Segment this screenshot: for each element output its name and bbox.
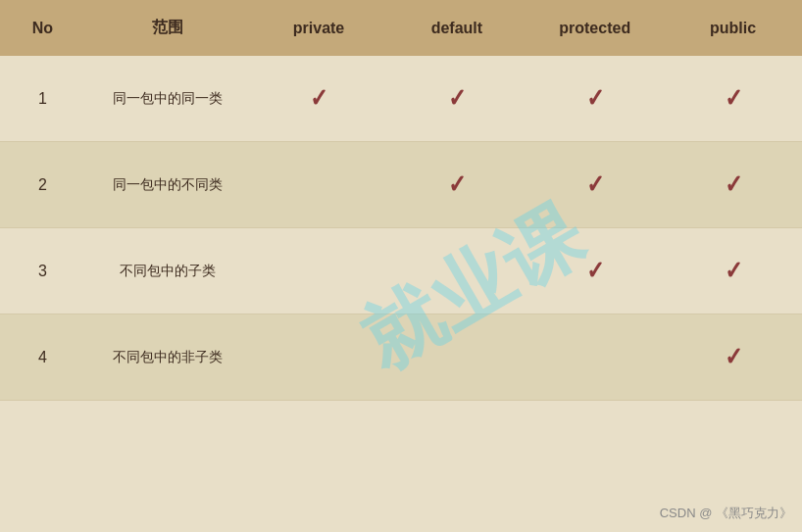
csdn-credit: CSDN @ 《黑巧克力》 (660, 505, 792, 522)
cell-protected: ✓ (526, 228, 664, 314)
table-header-row: No 范围 private default protected public (0, 0, 802, 56)
check-icon: ✓ (724, 169, 742, 200)
cell-scope: 同一包中的不同类 (85, 142, 250, 228)
cell-scope: 不同包中的非子类 (85, 314, 250, 401)
cell-public: ✓ (664, 142, 802, 228)
cell-public: ✓ (664, 314, 802, 401)
cell-protected (526, 314, 664, 401)
cell-no: 2 (0, 142, 85, 228)
header-public: public (664, 0, 802, 56)
cell-private: ✓ (250, 56, 388, 142)
table-row: 3不同包中的子类✓✓ (0, 228, 802, 314)
cell-no: 3 (0, 228, 85, 314)
cell-protected: ✓ (526, 56, 664, 142)
cell-private (250, 314, 388, 401)
cell-no: 1 (0, 56, 85, 142)
cell-scope: 同一包中的同一类 (85, 56, 250, 142)
check-icon: ✓ (448, 83, 467, 114)
check-icon: ✓ (724, 342, 742, 372)
check-icon: ✓ (585, 169, 604, 200)
cell-public: ✓ (664, 56, 802, 142)
table-row: 4不同包中的非子类✓ (0, 314, 802, 401)
check-icon: ✓ (724, 83, 742, 114)
cell-no: 4 (0, 314, 85, 401)
cell-default: ✓ (387, 142, 526, 228)
check-icon: ✓ (310, 83, 328, 114)
cell-private (250, 142, 388, 228)
check-icon: ✓ (448, 169, 467, 200)
check-icon: ✓ (724, 256, 742, 286)
header-protected: protected (526, 0, 664, 56)
cell-default (387, 228, 526, 314)
header-no: No (0, 0, 85, 56)
cell-default: ✓ (387, 56, 526, 142)
access-modifier-table: No 范围 private default protected public 1… (0, 0, 802, 401)
table-row: 2同一包中的不同类✓✓✓ (0, 142, 802, 228)
header-default: default (387, 0, 526, 56)
cell-private (250, 228, 388, 314)
check-icon: ✓ (585, 256, 604, 286)
table-container: No 范围 private default protected public 1… (0, 0, 802, 532)
cell-scope: 不同包中的子类 (85, 228, 250, 314)
table-row: 1同一包中的同一类✓✓✓✓ (0, 56, 802, 142)
cell-public: ✓ (664, 228, 802, 314)
check-icon: ✓ (585, 83, 604, 114)
header-scope: 范围 (85, 0, 250, 56)
cell-protected: ✓ (526, 142, 664, 228)
header-private: private (250, 0, 388, 56)
cell-default (387, 314, 526, 401)
